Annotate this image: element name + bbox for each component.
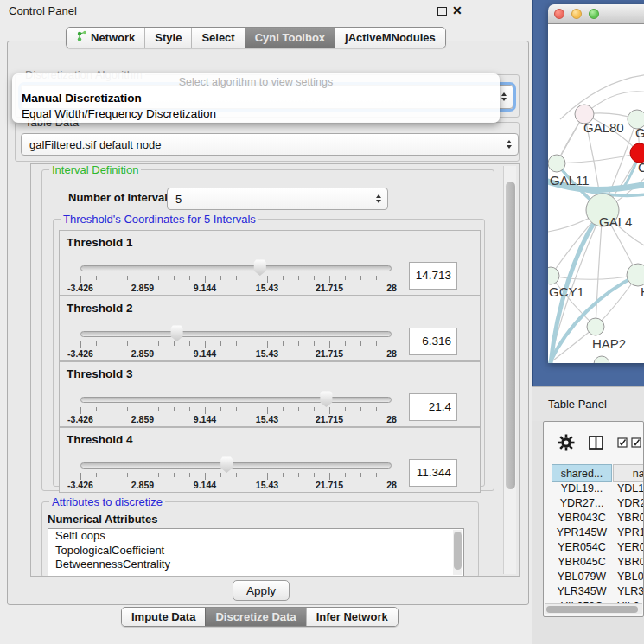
tick-mark <box>376 341 377 346</box>
control-panel-title: Control Panel <box>9 4 77 17</box>
node-label: GAL11 <box>550 173 590 188</box>
table-row[interactable]: YBR045CYBR0... <box>544 556 644 571</box>
tick-label: 15.43 <box>256 414 278 424</box>
tab-network[interactable]: Network <box>67 28 144 48</box>
list-scrollbar[interactable] <box>453 530 462 575</box>
tick-mark <box>283 341 284 346</box>
tick-label: 2.859 <box>131 414 154 424</box>
float-window-icon[interactable] <box>437 7 447 16</box>
column-header-shared-name[interactable]: shared... <box>552 464 612 482</box>
tab-style[interactable]: Style <box>144 28 191 48</box>
vertical-scrollbar[interactable] <box>503 166 516 574</box>
network-node-hap2[interactable] <box>587 318 604 335</box>
tick-mark <box>127 407 128 411</box>
gear-icon[interactable] <box>558 434 575 451</box>
tab-select[interactable]: Select <box>191 28 244 48</box>
network-node[interactable] <box>594 356 609 363</box>
number-of-intervals-label: Number of Intervals <box>68 191 174 204</box>
close-icon[interactable]: ✕ <box>452 3 462 17</box>
threshold-slider-track[interactable] <box>80 462 392 469</box>
tab-cyni-toolbox[interactable]: Cyni Toolbox <box>245 28 335 48</box>
tick-label: 21.715 <box>316 414 343 424</box>
interval-definition-title: Interval Definition <box>49 163 141 176</box>
threshold-value-field[interactable]: 21.4 <box>409 393 457 421</box>
table-data-combobox[interactable]: galFiltered.sif default node <box>21 133 519 156</box>
horizontal-scrollbar[interactable] <box>545 603 642 614</box>
tick-mark <box>236 276 237 280</box>
tick-mark <box>127 276 128 280</box>
tab-label: Cyni Toolbox <box>255 31 325 44</box>
table-data-value: galFiltered.sif default node <box>29 138 161 151</box>
tick-label: 2.859 <box>131 283 154 293</box>
table-row[interactable]: YER054CYER0... <box>544 541 644 556</box>
network-node-gal11[interactable] <box>548 155 565 172</box>
tick-mark <box>112 341 112 346</box>
vertical-scrollbar-thumb[interactable] <box>506 182 515 489</box>
apply-button[interactable]: Apply <box>233 580 290 601</box>
threshold-slider-thumb[interactable] <box>253 259 267 276</box>
column-header-name[interactable]: na... <box>613 464 644 482</box>
threshold-slider-track[interactable] <box>80 265 392 271</box>
numerical-attributes-label: Numerical Attributes <box>48 513 157 526</box>
attribute-list-item[interactable]: TopologicalCoefficient <box>48 544 463 558</box>
checkbox-icon[interactable] <box>617 437 628 448</box>
tick-mark <box>205 473 206 480</box>
tick-mark <box>96 341 97 346</box>
tick-mark <box>174 473 175 477</box>
numerical-attributes-list[interactable]: SelfLoopsTopologicalCoefficientBetweenne… <box>48 528 464 577</box>
network-icon <box>76 30 87 45</box>
threshold-slider-thumb[interactable] <box>319 391 333 407</box>
bottom-tab-bar: Impute DataDiscretize DataInfer Network <box>121 607 399 627</box>
tick-mark <box>220 276 221 280</box>
list-scrollbar-thumb[interactable] <box>454 532 462 570</box>
tick-label: -3.426 <box>67 348 93 359</box>
threshold-slider-track[interactable] <box>80 397 392 403</box>
tick-mark <box>314 407 315 411</box>
table-row[interactable]: YDL19...YDL1... <box>544 482 644 497</box>
tab-discretize-data[interactable]: Discretize Data <box>205 608 305 626</box>
tick-mark <box>236 473 237 477</box>
tab-impute-data[interactable]: Impute Data <box>122 608 205 626</box>
attribute-items: SelfLoopsTopologicalCoefficientBetweenne… <box>48 529 463 572</box>
horizontal-scrollbar-thumb[interactable] <box>546 606 638 613</box>
network-canvas[interactable]: GAL80GACGAL11GAL4GCY1HHAP2 <box>548 24 644 363</box>
tab-jactivemnodules[interactable]: jActiveMNodules <box>335 28 445 48</box>
threshold-slider-track[interactable] <box>80 331 392 337</box>
tick-label: 15.43 <box>256 283 278 293</box>
tick-mark <box>345 341 346 346</box>
table-row[interactable]: YBR043CYBR0... <box>544 512 644 526</box>
node-table-panel: shared... na... YDL19...YDL1...YDR27...Y… <box>543 421 644 617</box>
table-row[interactable]: YDR27...YDR2... <box>544 497 644 512</box>
attribute-list-item[interactable]: BetweennessCentrality <box>48 558 463 572</box>
threshold-value-field[interactable]: 11.344 <box>409 459 457 487</box>
cell-shared-name: YPR145W <box>552 526 612 539</box>
number-of-intervals-combobox[interactable]: 5 <box>167 188 388 210</box>
dropdown-option[interactable]: Equal Width/Frequency Discretization <box>12 107 500 123</box>
tab-label: Style <box>155 31 182 44</box>
tick-mark <box>189 473 190 477</box>
zoom-traffic-light-icon[interactable] <box>589 9 599 19</box>
attribute-list-item[interactable]: SelfLoops <box>48 529 463 544</box>
network-node-h[interactable] <box>627 264 644 286</box>
table-row[interactable]: YBL079WYBL0... <box>544 571 644 585</box>
tick-mark <box>314 473 315 477</box>
minimize-traffic-light-icon[interactable] <box>571 9 582 19</box>
tick-label: 9.144 <box>194 283 216 293</box>
threshold-value-field[interactable]: 6.316 <box>409 328 457 355</box>
threshold-value-field[interactable]: 14.713 <box>409 262 457 290</box>
tick-mark <box>236 341 237 346</box>
tick-mark <box>392 341 392 348</box>
tab-infer-network[interactable]: Infer Network <box>306 608 398 626</box>
checkbox-icon[interactable] <box>631 437 641 448</box>
columns-icon[interactable] <box>589 436 603 450</box>
table-row[interactable]: YPR145WYPR1... <box>544 526 644 541</box>
close-traffic-light-icon[interactable] <box>554 9 564 19</box>
tab-label: jActiveMNodules <box>345 31 436 44</box>
table-row[interactable]: YLR345WYLR3... <box>544 585 644 600</box>
threshold-slider-thumb[interactable] <box>170 325 184 341</box>
network-node-gcy1[interactable] <box>548 267 559 284</box>
threshold-slider-thumb[interactable] <box>220 456 233 473</box>
tick-label: -3.426 <box>67 480 93 490</box>
tick-mark <box>376 276 377 280</box>
dropdown-option[interactable]: Manual Discretization <box>12 92 500 107</box>
